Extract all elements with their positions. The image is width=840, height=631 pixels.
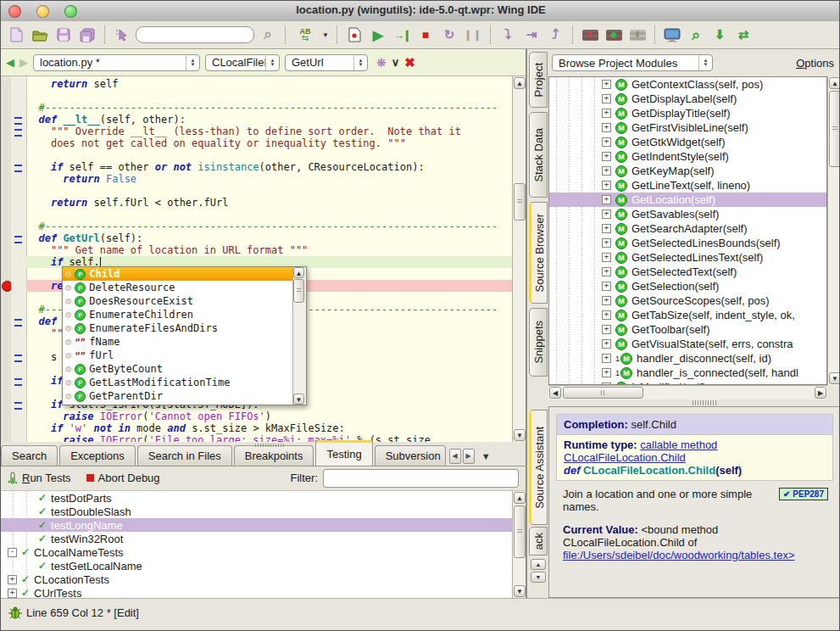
options-button[interactable]: Options [796,57,834,70]
expand-icon[interactable]: + [602,152,611,161]
expand-icon[interactable]: + [602,368,611,377]
step-over-icon[interactable]: ⤵ [498,25,518,45]
expand-icon[interactable]: + [602,181,611,190]
code-line[interactable] [26,185,512,197]
browser-vscroll-thumb[interactable] [829,91,840,167]
expand-icon[interactable]: + [602,339,611,349]
open-file-dropdown[interactable]: location.py * ▲▼ [33,54,200,71]
history-forward-icon[interactable]: ▶ [19,56,28,69]
code-editor[interactable]: return self #---------------------------… [1,76,526,442]
expand-icon[interactable]: + [602,282,611,291]
module-tree-item[interactable]: +MGetTabSize(self, indent_style, ok, [549,308,826,322]
module-tree-item[interactable]: +MGetSelectedLinesBounds(self) [549,236,826,250]
editor-vscrollbar[interactable]: ▲ ▼ [512,76,526,442]
scroll-up-icon[interactable]: ▲ [514,492,526,504]
browser-vscrollbar[interactable]: ▲ ▼ [827,76,840,385]
tab-source-browser[interactable]: Source Browser [529,202,548,304]
run-to-cursor-icon[interactable]: →❙ [392,25,412,45]
code-line[interactable]: if self == other or not isinstance(other… [26,161,512,173]
completion-item[interactable]: ⚙“”fUrl [63,349,293,362]
tab-search[interactable]: Search [1,445,58,466]
expand-icon[interactable]: + [602,137,611,147]
refresh-icon[interactable]: ⇄ [733,25,754,45]
tab-snippets[interactable]: Snippets [529,308,548,377]
tab-search-in-files[interactable]: Search in Files [137,445,232,466]
expand-icon[interactable]: + [602,166,611,176]
close-file-icon[interactable]: ✖ [404,55,415,70]
test-item[interactable]: ✓testDoubleSlash [1,505,526,518]
completion-item[interactable]: ⚙FEnumerateChildren [63,308,293,321]
module-tree-item[interactable]: +MGetIndentStyle(self) [549,149,826,164]
module-tree-item[interactable]: +MGetSelection(self) [549,279,826,293]
tab-source-assistant[interactable]: Source Assistant [529,410,548,525]
test-item[interactable]: ✓testWin32Root [1,532,526,545]
run-debug-icon[interactable]: ▶ [368,25,388,45]
tab-exceptions[interactable]: Exceptions [59,445,136,466]
code-line[interactable]: does not get called on equality or inequ… [26,137,512,149]
fold-marker-icon[interactable] [14,129,22,137]
tab-breakpoints[interactable]: Breakpoints [234,445,314,466]
tests-vscroll-thumb[interactable] [514,505,526,558]
code-line[interactable]: return False [26,173,512,185]
fold-marker-icon[interactable] [14,402,22,410]
test-item[interactable]: ✓testLongName [1,518,526,532]
symbol-dropdown[interactable]: GetUrl ▲▼ [285,54,368,71]
module-tree-item[interactable]: +MGetSelectedText(self) [549,265,826,279]
code-line[interactable] [26,90,512,102]
restart-debug-icon[interactable]: ↻ [439,25,459,45]
fold-marker-icon[interactable] [14,236,22,243]
horizontal-splitter[interactable] [548,399,840,406]
expand-icon[interactable]: + [8,589,17,598]
fold-marker-icon[interactable] [14,165,22,172]
expand-icon[interactable]: + [602,325,611,334]
scroll-down-icon[interactable]: ▼ [514,429,526,441]
search-in-files-icon[interactable]: ⌕ [686,25,706,45]
chevron-down-icon[interactable]: ∨ [392,56,400,69]
code-line[interactable]: #---------------------------------------… [26,102,512,114]
module-tree-item[interactable]: +MGetSelectedLinesText(self) [549,250,826,265]
test-item[interactable]: ✓testDotParts [1,491,526,505]
collapse-icon[interactable]: - [8,548,17,557]
module-tree-item[interactable]: +MGetFirstVisibleLine(self) [549,120,826,135]
tab-stack-data[interactable]: Stack Data [529,112,548,198]
expand-icon[interactable]: + [602,224,611,233]
module-tree-item[interactable]: +MGetKeyMap(self) [549,164,826,178]
browser-hscrollbar[interactable]: ◀ ▶ [548,385,827,399]
module-tree-item[interactable]: +MGetDisplayLabel(self) [549,92,826,106]
expand-icon[interactable]: + [602,80,611,89]
fold-marker-icon[interactable] [14,319,22,327]
module-tree-item[interactable]: +MGetSourceScopes(self, pos) [549,293,826,308]
module-tree-item[interactable]: +MGetGtkWidget(self) [549,135,826,149]
save-icon[interactable] [53,25,74,45]
popup-scroll-thumb[interactable] [293,279,304,303]
expand-icon[interactable]: + [602,253,611,262]
module-tree-item[interactable]: +MGetDisplayTitle(self) [549,106,826,120]
expand-icon[interactable]: + [602,209,611,219]
expand-icon[interactable]: + [602,310,611,320]
run-tests-button[interactable]: Run Tests [8,472,71,484]
save-all-icon[interactable] [77,25,97,45]
expand-icon[interactable]: + [602,267,611,276]
fold-marker-icon[interactable] [14,378,22,386]
code-line[interactable]: return self.fUrl < other.fUrl [26,197,512,209]
scope-dropdown[interactable]: CLocalFileLoc ▲▼ [205,54,280,71]
completion-item[interactable]: ⚙FGetParentDir [63,389,293,403]
tabs-scroll-left-icon[interactable]: ◀ [449,449,461,464]
module-tree-item[interactable]: +MGetContextClass(self, pos) [549,77,826,92]
completion-item[interactable]: ⚙FChild [63,267,293,281]
code-line[interactable] [26,209,512,221]
step-out-icon[interactable]: ⤴ [545,25,565,45]
abort-debug-button[interactable]: Abort Debug [86,472,160,484]
current-value-link[interactable]: file:/Users/sdeibel/doc/woodworking/tabl… [563,549,795,561]
code-line[interactable]: raise IOError('Cannot open FIFOs') [26,410,512,422]
completion-item[interactable]: ⚙FGetLastModificationTime [63,376,293,389]
tab-scroll-down-icon[interactable]: ▼ [531,572,546,583]
search-replace-icon[interactable]: AB ⇆ [292,25,318,45]
expand-icon[interactable]: + [602,238,611,248]
runtime-type-link[interactable]: callable method [640,438,717,451]
scroll-down-icon[interactable]: ▼ [293,394,304,405]
expand-icon[interactable]: + [602,296,611,305]
step-into-icon[interactable]: ⇥ [521,25,542,45]
download-icon[interactable]: ⬇ [709,25,730,45]
filter-input[interactable] [323,469,519,488]
